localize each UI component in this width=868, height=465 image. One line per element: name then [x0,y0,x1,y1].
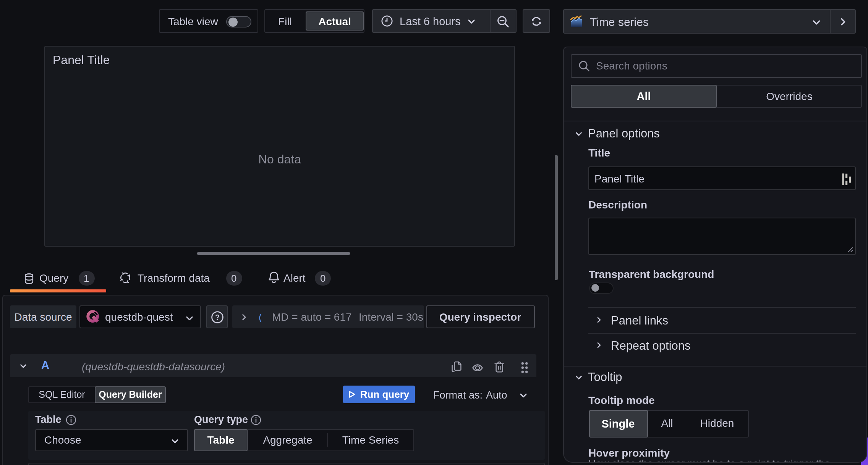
svg-text:?: ? [215,313,219,321]
